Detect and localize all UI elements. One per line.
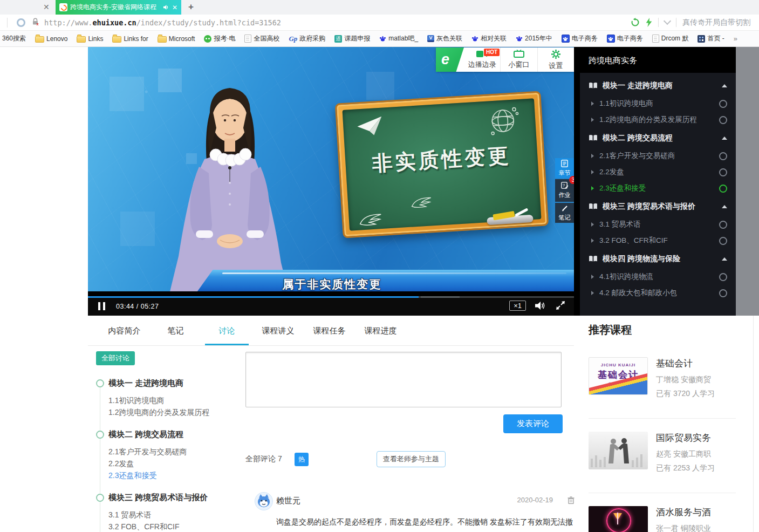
mini-window-button[interactable]: 小窗口: [500, 47, 537, 72]
active-browser-tab[interactable]: 跨境电商实务-安徽省网络课程 ✕: [56, 0, 181, 15]
tab-close-icon[interactable]: ✕: [172, 4, 177, 11]
bookmark-item[interactable]: matlab吧_: [379, 34, 418, 43]
scrollbar-edge[interactable]: [753, 316, 754, 532]
lesson-item[interactable]: 1.1初识跨境电商: [580, 96, 736, 112]
notes-button[interactable]: 笔记: [555, 203, 574, 223]
recommended-course[interactable]: 酒水服务与酒吧管理 酒水服务与酒 张一君 铜陵职业: [589, 493, 736, 532]
new-tab-button[interactable]: +: [188, 2, 194, 12]
discussion-lesson-link[interactable]: 2.1客户开发与交易磋商: [108, 446, 244, 458]
tab-tasks[interactable]: 课程任务: [304, 316, 355, 345]
bookmark-item[interactable]: 360搜索: [2, 34, 26, 43]
close-tab-icon[interactable]: ✕: [43, 3, 50, 11]
tab-handouts[interactable]: 课程讲义: [252, 316, 304, 345]
search-suggestion-text[interactable]: 真传奇开局自带切割: [682, 18, 750, 28]
lesson-item[interactable]: 4.2 邮政大包和邮政小包: [580, 285, 736, 301]
bookmark-item[interactable]: 相对关联: [471, 34, 507, 43]
bookmark-folder[interactable]: Links: [77, 35, 103, 43]
cover-text: JICHU KUAIJI: [589, 363, 647, 367]
tab-title: 跨境电商实务-安徽省网络课程: [70, 3, 160, 12]
bookmark-item[interactable]: 电子商务: [562, 34, 598, 43]
tab-audio-icon[interactable]: [163, 4, 169, 10]
divider: [676, 18, 676, 27]
bookmark-item[interactable]: 报考·电: [204, 34, 235, 43]
letterbox-strip: [88, 291, 574, 296]
bookmark-item[interactable]: 2015年中: [516, 34, 552, 43]
lesson-item[interactable]: 2.2发盘: [580, 164, 736, 180]
homework-button[interactable]: 3 ? 作业: [555, 179, 574, 202]
bookmark-item[interactable]: 首页 -: [698, 34, 724, 43]
bookmark-item[interactable]: Gp政府采购: [289, 34, 325, 43]
video-player[interactable]: 非实质性变更 属于非实质性变更 e 边播: [88, 47, 574, 316]
course-title[interactable]: 国际贸易实务: [656, 432, 715, 444]
adblock-refresh-icon[interactable]: [631, 18, 640, 27]
discussion-lesson-link[interactable]: 1.2跨境电商的分类及发展历程: [108, 406, 244, 418]
chapters-button[interactable]: 章节: [555, 158, 574, 178]
lesson-item[interactable]: 4.1初识跨境物流: [580, 269, 736, 285]
record-while-playing-button[interactable]: 边播边录 HOT: [464, 47, 500, 72]
lesson-item[interactable]: 3.2 FOB、CFR和CIF: [580, 233, 736, 249]
discussion-module-title[interactable]: 模块一 走进跨境电商: [108, 378, 244, 388]
collapse-icon[interactable]: [722, 257, 727, 261]
bookmark-item[interactable]: Drcom 默: [652, 34, 689, 43]
bookmark-folder[interactable]: Lenovo: [35, 35, 67, 43]
video-screen[interactable]: 非实质性变更 属于非实质性变更 e 边播: [88, 47, 574, 296]
course-info: 酒水服务与酒 张一君 铜陵职业: [656, 506, 711, 532]
fullscreen-icon[interactable]: [556, 301, 565, 310]
lesson-item[interactable]: 3.1 贸易术语: [580, 216, 736, 233]
recommended-course[interactable]: 国际贸易实务 赵亮 安徽工商职 已有 2253 人学习: [589, 418, 736, 493]
pause-button[interactable]: [98, 302, 105, 310]
bookmark-folder[interactable]: Microsoft: [158, 35, 195, 43]
speed-lightning-icon[interactable]: [646, 18, 652, 27]
module-header[interactable]: 模块一 走进跨境电商: [580, 76, 736, 96]
lesson-item[interactable]: 2.1客户开发与交易磋商: [580, 148, 736, 164]
url-input[interactable]: http://www.ehuixue.cn/index/study/study.…: [44, 18, 281, 27]
discussion-lesson-link-active[interactable]: 2.3还盘和接受: [108, 469, 244, 481]
tab-progress[interactable]: 课程进度: [355, 316, 406, 345]
bookmark-item[interactable]: 灰色关联: [427, 34, 462, 43]
hot-sort-badge[interactable]: 热: [295, 453, 309, 466]
progress-bar[interactable]: [88, 296, 574, 298]
insecure-lock-icon[interactable]: [32, 18, 39, 28]
course-title[interactable]: 酒水服务与酒: [656, 506, 711, 519]
discussion-lesson-link[interactable]: 3.2 FOB、CFR和CIF: [108, 521, 244, 532]
lesson-item-active[interactable]: 2.3还盘和接受: [580, 180, 736, 196]
collapse-icon[interactable]: [722, 137, 727, 140]
module-header[interactable]: 模块四 跨境物流与保险: [580, 249, 736, 269]
chevron-down-icon[interactable]: [664, 17, 671, 25]
view-teacher-topics-button[interactable]: 查看老师参与主题: [377, 451, 446, 467]
lesson-title: 4.2 邮政大包和邮政小包: [599, 288, 719, 298]
book-icon: [589, 134, 598, 141]
bookmark-item[interactable]: 全国高校: [244, 34, 279, 43]
tab-intro[interactable]: 内容简介: [99, 316, 150, 345]
discussion-lesson-link[interactable]: 2.2发盘: [108, 458, 244, 469]
bookmarks-overflow-icon[interactable]: »: [734, 35, 737, 43]
delete-comment-icon[interactable]: [567, 496, 575, 506]
post-comment-button[interactable]: 发表评论: [503, 414, 563, 433]
collapse-icon[interactable]: [722, 84, 727, 87]
settings-button[interactable]: 设置: [537, 47, 574, 72]
comment-input[interactable]: [245, 352, 562, 407]
volume-icon[interactable]: [535, 301, 546, 310]
bookmark-folder[interactable]: Links for: [112, 35, 148, 43]
comments-meta-row: 全部评论 7 热 查看老师参与主题: [245, 451, 563, 467]
lesson-item[interactable]: 1.2跨境电商的分类及发展历程: [580, 112, 736, 128]
module-header[interactable]: 模块二 跨境交易流程: [580, 128, 736, 148]
bookmark-label: 电子商务: [572, 34, 598, 43]
all-discussions-button[interactable]: 全部讨论: [96, 351, 135, 365]
course-title[interactable]: 基础会计: [656, 357, 715, 370]
discussion-module-title[interactable]: 模块三 跨境贸易术语与报价: [108, 493, 244, 503]
tab-discussion[interactable]: 讨论: [201, 316, 252, 345]
playback-speed-button[interactable]: ×1: [509, 301, 526, 311]
bookmark-item[interactable]: 课题申报: [334, 34, 370, 43]
module-header[interactable]: 模块三 跨境贸易术语与报价: [580, 196, 736, 216]
site-info-icon[interactable]: [17, 18, 25, 27]
tab-notes[interactable]: 笔记: [150, 316, 201, 345]
discussion-lesson-link[interactable]: 1.1初识跨境电商: [108, 394, 244, 406]
bookmark-item[interactable]: 电子商务: [607, 34, 643, 43]
discussion-lesson-link[interactable]: 3.1 贸易术语: [108, 509, 244, 521]
discussion-module-title[interactable]: 模块二 跨境交易流程: [108, 429, 244, 440]
recommended-course[interactable]: JICHU KUAIJI 基础会计 主编 丁增稳 基础会计 丁增稳 安徽商贸 已…: [589, 336, 736, 418]
collapse-icon[interactable]: [722, 205, 727, 208]
wing-doodle: [358, 212, 383, 227]
lesson-title: 3.2 FOB、CFR和CIF: [599, 236, 719, 245]
